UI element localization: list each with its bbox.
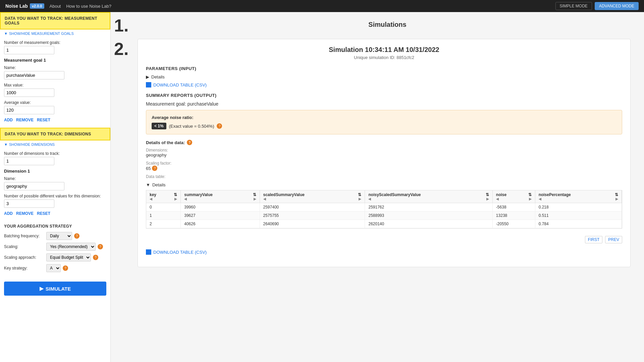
col-sort-icon3[interactable]: ⇅ (358, 192, 361, 197)
table-cell-key: 1 (146, 212, 181, 220)
name-input[interactable] (4, 71, 64, 79)
col-left-arrow4[interactable]: ◀ (368, 197, 371, 201)
table-cell-summaryValue: 40626 (181, 220, 260, 228)
col-right-arrow[interactable]: ▶ (174, 197, 177, 201)
mode-buttons: SIMPLE MODE ADVANCED MODE (555, 2, 639, 10)
avg-value-input[interactable] (4, 106, 54, 114)
aggregation-section: YOUR AGGREGATION STRATEGY Batching frequ… (0, 221, 110, 278)
max-value-row: Max value: (4, 83, 106, 97)
simulation-id: Unique simulation ID: 8851cfc2 (146, 55, 622, 60)
table-cell-noisyScaledSummaryValue: 2588993 (365, 212, 492, 220)
top-navigation: Noise Lab v2.0.0 About How to use Noise … (0, 0, 644, 12)
num-possible-label: Number of possible different values for … (4, 194, 106, 198)
key-strategy-select[interactable]: A B C (46, 264, 61, 272)
version-badge: v2.0.0 (30, 3, 44, 9)
col-sort-icon5[interactable]: ⇅ (528, 192, 532, 197)
num-goals-input[interactable] (4, 46, 54, 54)
main-content: 1. Simulations 2. Simulation 10:34:11 AM… (111, 12, 644, 362)
max-value-label: Max value: (4, 83, 106, 87)
col-right-arrow5[interactable]: ▶ (529, 197, 532, 201)
simple-mode-button[interactable]: SIMPLE MODE (555, 2, 592, 10)
add-goal-link[interactable]: ADD (4, 118, 13, 122)
summary-goal-label: Measurement goal: purchaseValue (146, 101, 622, 107)
dimensions-meta-value: geography (146, 153, 622, 158)
download-icon-bottom (146, 249, 151, 255)
name-label: Name: (4, 65, 106, 70)
col-right-arrow4[interactable]: ▶ (486, 197, 489, 201)
download-csv-link[interactable]: DOWNLOAD TABLE (CSV) (146, 82, 207, 87)
first-page-button[interactable]: FIRST (585, 236, 603, 243)
show-hide-dimensions-link[interactable]: ▼ SHOW/HIDE DIMENSIONS (0, 140, 110, 148)
avg-noise-label: Average noise ratio: (152, 115, 616, 120)
key-strategy-help-icon[interactable]: ? (63, 265, 68, 271)
show-hide-measurement-link[interactable]: ▼ SHOW/HIDE MEASUREMENT GOALS (0, 29, 110, 38)
simulations-title: Simulations (131, 15, 644, 32)
triangle-down-icon: ▼ (146, 182, 150, 187)
scaling-help-icon[interactable]: ? (98, 244, 103, 249)
dimension-1-title: Dimension 1 (4, 169, 106, 174)
col-noise-pct: noisePercentage ⇅ ◀ ▶ (535, 190, 622, 203)
num-dimensions-label: Number of dimensions to track: (4, 151, 106, 156)
dim-name-input[interactable] (4, 182, 64, 190)
scaling-factor-label: Scaling factor: (146, 161, 622, 166)
noise-help-icon[interactable]: ? (217, 123, 222, 129)
details-toggle[interactable]: ▶ Details (146, 74, 622, 79)
col-left-arrow[interactable]: ◀ (150, 197, 152, 201)
col-right-arrow6[interactable]: ▶ (615, 197, 618, 201)
simulate-button[interactable]: ▶ SIMULATE (4, 282, 106, 296)
col-left-arrow5[interactable]: ◀ (496, 197, 499, 201)
remove-dim-link[interactable]: REMOVE (16, 211, 34, 216)
col-key: key ⇅ ◀ ▶ (146, 190, 181, 203)
table-cell-noise: 13238 (492, 212, 535, 220)
num-possible-input[interactable] (4, 199, 54, 208)
scaling-label: Scaling: (4, 244, 44, 249)
section1-actions: ADD REMOVE RESET (4, 118, 106, 122)
data-details-toggle[interactable]: ▼ Details (146, 182, 622, 187)
table-header-row: key ⇅ ◀ ▶ (146, 190, 622, 203)
batching-row: Batching frequency: Daily Weekly Monthly… (4, 232, 106, 240)
num-dimensions-input[interactable] (4, 157, 54, 165)
advanced-mode-button[interactable]: ADVANCED MODE (595, 2, 639, 10)
scaling-factor-help-icon[interactable]: ? (152, 166, 157, 171)
batching-help-icon[interactable]: ? (74, 233, 79, 239)
scaling-row: Scaling: Yes (Recommended) No ? (4, 243, 106, 251)
col-left-arrow3[interactable]: ◀ (263, 197, 266, 201)
scaling-select[interactable]: Yes (Recommended) No (46, 243, 96, 251)
col-left-arrow2[interactable]: ◀ (184, 197, 187, 201)
scaling-approach-select[interactable]: Equal Budget Split Custom (46, 253, 91, 261)
data-table-container: key ⇅ ◀ ▶ (146, 190, 622, 229)
table-cell-noisePercentage: 0.511 (535, 212, 622, 220)
col-sort-icon6[interactable]: ⇅ (615, 192, 618, 197)
scaling-approach-help-icon[interactable]: ? (93, 255, 98, 260)
reset-goal-link[interactable]: RESET (37, 118, 50, 122)
section2-actions: ADD REMOVE RESET (4, 211, 106, 216)
table-cell-summaryValue: 39627 (181, 212, 260, 220)
scaling-factor-meta: Scaling factor: 65 ? (146, 161, 622, 171)
reset-dim-link[interactable]: RESET (37, 211, 50, 216)
col-sort-icon4[interactable]: ⇅ (486, 192, 489, 197)
add-dim-link[interactable]: ADD (4, 211, 13, 216)
details-help-icon[interactable]: ? (187, 140, 192, 145)
col-left-arrow6[interactable]: ◀ (539, 197, 541, 201)
download-csv-link-bottom[interactable]: DOWNLOAD TABLE (CSV) (146, 249, 207, 255)
col-right-arrow3[interactable]: ▶ (359, 197, 361, 201)
num-goals-label: Number of measurement goals: (4, 40, 106, 45)
noise-badge-row: < 1% (Exact value = 0.504%) ? (152, 123, 222, 129)
remove-goal-link[interactable]: REMOVE (16, 118, 34, 122)
col-sort-icon2[interactable]: ⇅ (253, 192, 256, 197)
col-right-arrow2[interactable]: ▶ (254, 197, 256, 201)
col-sort-icon[interactable]: ⇅ (174, 192, 177, 197)
simulation-card: Simulation 10:34:11 AM 10/31/2022 Unique… (138, 39, 631, 267)
scaling-factor-value: 65 ? (146, 166, 622, 171)
params-label: PARAMETERS (INPUT) (146, 66, 622, 71)
prev-page-button[interactable]: PREV (605, 236, 622, 243)
noise-badge: < 1% (152, 123, 166, 129)
batching-select[interactable]: Daily Weekly Monthly (46, 232, 72, 240)
step-1-number: 1. (111, 12, 131, 36)
how-to-link[interactable]: How to use Noise Lab? (66, 4, 111, 9)
data-table-label: Data table: (146, 174, 622, 179)
table-cell-key: 0 (146, 203, 181, 212)
table-cell-noisePercentage: 0.218 (535, 203, 622, 212)
about-link[interactable]: About (50, 4, 61, 9)
max-value-input[interactable] (4, 88, 54, 97)
